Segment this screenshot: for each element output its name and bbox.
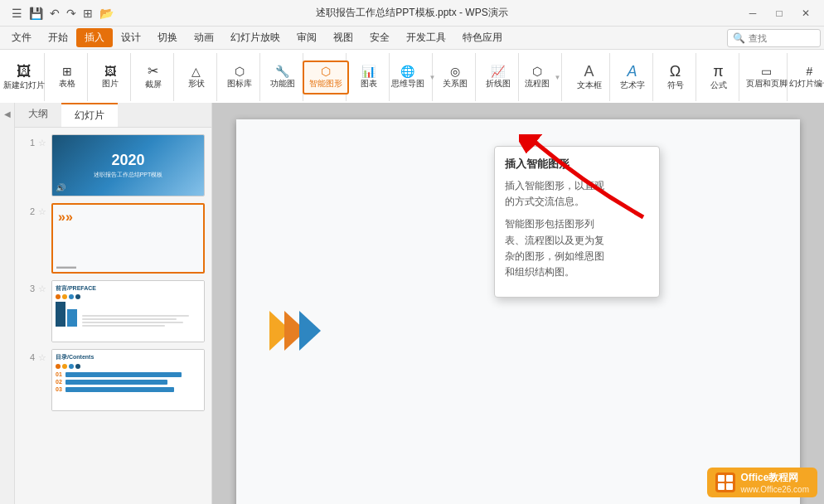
slide-number-2: 2 [22,203,35,216]
menu-icon[interactable]: ☰ [10,5,24,22]
slide-item-1[interactable]: 1 ☆ 2020 述职报告工作总结PPT模板 🔊 [22,134,205,196]
minimize-btn[interactable]: ─ [741,5,764,22]
slide-thumb-1[interactable]: 2020 述职报告工作总结PPT模板 🔊 [51,134,205,196]
slide-star-4[interactable]: ☆ [38,349,48,363]
smartart-btn[interactable]: ⬡ 智能图形 [303,61,349,94]
main-area: ◀ 大纲 幻灯片 1 ☆ 2020 述职报告工作总结PPT模板 🔊 [0,103,824,504]
slide-panel: 大纲 幻灯片 1 ☆ 2020 述职报告工作总结PPT模板 🔊 2 [15,103,212,504]
group-smartart: ⬡ 智能图形 [305,53,347,101]
group-iconlib: ⬡ 图标库 [219,53,260,101]
tab-file[interactable]: 文件 [3,27,40,48]
tab-animation[interactable]: 动画 [186,27,222,48]
slide-number-4: 4 [22,349,35,362]
thumb-year: 2020 [111,152,144,169]
header-footer-btn[interactable]: ▭ 页眉和页脚 [743,64,791,91]
group-mindmap: 🌐 思维导图 ▼ [391,53,433,101]
slide2-footer: ▬▬▬ [56,263,76,270]
mindmap-btn[interactable]: 🌐 思维导图 [388,64,428,91]
picture-btn[interactable]: 🖼 图片 [92,62,128,93]
canvas-area[interactable]: 插入智能图形 插入智能图形，以直观 的方式交流信息。 智能图形包括图形列 表、流… [212,103,824,504]
screenshot-icon: ✂ [148,65,158,78]
window-title: 述职报告工作总结PPT模板.pptx - WPS演示 [316,6,507,20]
group-slide-number: # 幻灯片编号 [789,53,824,101]
textbox-btn[interactable]: A 文本框 [571,61,608,94]
chart-btn[interactable]: 📊 图表 [351,62,387,93]
new-slide-icon: 🖼 [17,64,32,79]
window-controls: ─ □ ✕ [741,5,817,22]
tooltip-para1: 插入智能图形，以直观 的方式交流信息。 [505,178,649,210]
search-box[interactable]: 🔍 [727,29,821,47]
group-textbox: A 文本框 [569,53,610,101]
slide-number-icon: # [807,65,813,77]
slide-thumb-4[interactable]: 目录/Contents 01 [51,349,205,411]
slide-star-1[interactable]: ☆ [38,134,48,148]
slide-item-3[interactable]: 3 ☆ 前言/PREFACE [22,280,205,342]
tooltip-para2: 智能图形包括图形列 表、流程图以及更为复 杂的图形，例如维恩图 和组织结构图。 [505,216,649,280]
iconlib-btn[interactable]: ⬡ 图标库 [221,62,258,93]
tab-dev[interactable]: 开发工具 [398,27,454,48]
tab-insert[interactable]: 插入 [76,28,113,47]
slide-thumb-3[interactable]: 前言/PREFACE [51,280,205,342]
quick-access-toolbar: ☰ 💾 ↶ ↷ ⊞ 📂 [7,5,119,22]
slide-thumb-2[interactable]: »» ▬▬▬ [51,203,205,274]
undo-btn[interactable]: ↶ [48,5,61,22]
maximize-btn[interactable]: □ [768,5,791,22]
function-btn[interactable]: 🔧 功能图 [264,62,301,93]
thumb-title: 述职报告工作总结PPT模板 [94,171,163,179]
save-btn[interactable]: 💾 [27,5,45,22]
redo-btn[interactable]: ↷ [65,5,78,22]
linechart-btn[interactable]: 📈 折线图 [482,64,514,91]
group-shapes: △ 形状 [176,53,217,101]
slide-number-1: 1 [22,134,35,148]
search-input[interactable] [749,33,815,43]
group-chart: 📊 图表 [348,53,390,101]
tab-special[interactable]: 特色应用 [454,27,511,48]
symbol-icon: Ω [670,64,681,79]
flowchart-btn[interactable]: ⬡ 流程图 [521,64,553,91]
symbol-btn[interactable]: Ω 符号 [657,61,694,94]
new-btn[interactable]: ⊞ [81,5,95,22]
slide-number-btn[interactable]: # 幻灯片编号 [786,64,825,91]
watermark-site: Office教程网 [740,471,809,485]
arttext-icon: A [627,64,637,79]
new-slide-btn[interactable]: 🖼 新建幻灯片 [0,61,50,94]
group-picture: 🖼 图片 [90,53,131,101]
slide-item-4[interactable]: 4 ☆ 目录/Contents 01 [22,349,205,411]
shapes-btn[interactable]: △ 形状 [178,62,215,93]
watermark-texts: Office教程网 www.Office26.com [740,471,809,494]
group-table: ⊞ 表格 [46,53,88,101]
iconlib-icon: ⬡ [235,65,245,77]
slide-arrows [269,311,321,351]
screenshot-btn[interactable]: ✂ 截屏 [135,61,172,94]
relation-btn[interactable]: ◎ 关系图 [439,64,471,91]
formula-btn[interactable]: π 公式 [700,61,737,94]
group-relation: ◎ 关系图 [434,53,476,101]
tab-outline[interactable]: 大纲 [15,103,61,127]
slide-item-2[interactable]: 2 ☆ »» ▬▬▬ [22,203,205,274]
table-icon: ⊞ [62,65,72,77]
tab-review[interactable]: 审阅 [288,27,325,48]
header-footer-icon: ▭ [761,65,772,77]
tab-home[interactable]: 开始 [40,27,76,48]
function-icon: 🔧 [275,65,289,77]
arttext-btn[interactable]: A 艺术字 [614,61,651,94]
watermark: Office教程网 www.Office26.com [707,468,817,497]
tab-slides[interactable]: 幻灯片 [61,103,118,127]
panel-toggle[interactable]: ◀ [0,103,15,504]
tooltip-body: 插入智能图形，以直观 的方式交流信息。 智能图形包括图形列 表、流程图以及更为复… [505,178,649,280]
tab-view[interactable]: 视图 [325,27,361,48]
ribbon-content: 🖼 新建幻灯片 ⊞ 表格 🖼 图片 ✂ 截屏 [0,50,824,103]
group-symbol: Ω 符号 [655,53,696,101]
close-btn[interactable]: ✕ [794,5,817,22]
slide-star-2[interactable]: ☆ [38,203,48,217]
group-header-footer: ▭ 页眉和页脚 [746,53,788,101]
tab-design[interactable]: 设计 [113,27,149,48]
group-function: 🔧 功能图 [262,53,303,101]
slide-star-3[interactable]: ☆ [38,280,48,294]
tab-security[interactable]: 安全 [361,27,398,48]
search-icon: 🔍 [733,32,745,44]
tab-transition[interactable]: 切换 [149,27,186,48]
table-btn[interactable]: ⊞ 表格 [49,62,85,93]
tab-slideshow[interactable]: 幻灯片放映 [222,27,288,48]
open-btn[interactable]: 📂 [98,5,115,22]
